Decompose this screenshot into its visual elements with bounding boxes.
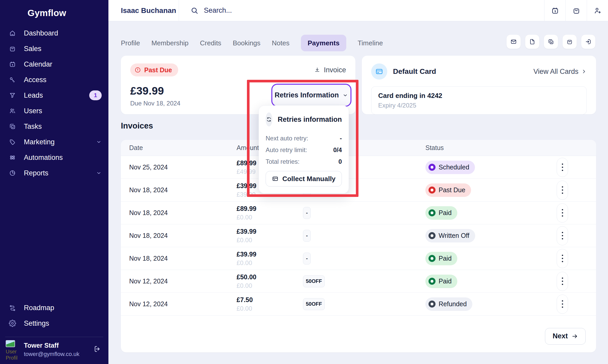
popover-row: Auto retry limit: 0/4 <box>266 146 342 154</box>
table-row: Nov 25, 2024 £89.99 £49.99 - Scheduled <box>121 156 596 179</box>
sidebar-item-marketing[interactable]: Marketing <box>0 134 108 150</box>
row-menu-button[interactable] <box>557 249 568 268</box>
brand-logo[interactable]: Gymflow <box>0 0 108 24</box>
invoice-amount: £89.99 <box>237 205 303 212</box>
sidebar-item-dashboard[interactable]: Dashboard <box>0 25 108 41</box>
tab-profile[interactable]: Profile <box>121 39 140 47</box>
retries-popover: Retries information Next auto retry: - A… <box>259 105 349 194</box>
search-input[interactable] <box>204 6 360 15</box>
status-label: Refunded <box>439 300 467 308</box>
sidebar: Gymflow Dashboard Sales Calendar Access … <box>0 0 108 364</box>
view-all-cards-label: View All Cards <box>533 68 578 76</box>
bag-icon <box>9 45 16 52</box>
invoice-amount-secondary: £0.00 <box>237 214 303 221</box>
status-dot-icon <box>429 278 436 285</box>
card-number-line: Card ending in 4242 <box>378 92 580 100</box>
sidebar-item-access[interactable]: Access <box>0 72 108 88</box>
invoice-amount: £7.50 <box>237 296 303 304</box>
topbar-calendar-button[interactable] <box>544 0 565 21</box>
add-note-button[interactable] <box>525 34 540 49</box>
sidebar-item-reports[interactable]: Reports <box>0 165 108 181</box>
invoice-amount-cell: £7.50 £0.00 <box>237 296 303 312</box>
sidebar-item-label: Calendar <box>24 60 52 68</box>
avatar[interactable]: User Profil <box>6 340 20 360</box>
retries-information-button[interactable]: Retries Information <box>273 85 350 105</box>
sidebar-item-settings[interactable]: Settings <box>0 316 108 331</box>
topbar-add-user-button[interactable] <box>587 0 608 21</box>
row-menu-button[interactable] <box>557 158 568 177</box>
sidebar-item-sales[interactable]: Sales <box>0 41 108 56</box>
tab-membership[interactable]: Membership <box>151 39 189 47</box>
sidebar-footer: Roadmap Settings User Profil Tower Staff… <box>0 300 108 364</box>
chevron-down-icon <box>96 170 102 176</box>
table-row: Nov 18, 2024 £39.99 £0.00 - Written Off <box>121 224 596 247</box>
users-icon <box>9 107 16 115</box>
calendar-icon <box>9 61 16 68</box>
tab-bookings[interactable]: Bookings <box>233 39 260 47</box>
status-label: Written Off <box>439 232 469 239</box>
tab-timeline[interactable]: Timeline <box>358 39 383 47</box>
sidebar-item-automations[interactable]: Automations <box>0 150 108 165</box>
avatar-alt-text: User Profil <box>6 348 20 360</box>
sidebar-item-tasks[interactable]: Tasks <box>0 119 108 134</box>
row-menu-button[interactable] <box>557 295 568 314</box>
route-icon <box>9 304 16 311</box>
view-all-cards-link[interactable]: View All Cards <box>533 68 587 76</box>
user-name: Tower Staff <box>24 342 79 349</box>
collect-manually-button[interactable]: Collect Manually <box>266 171 342 187</box>
leads-count-badge: 1 <box>89 90 102 100</box>
invoice-download-link[interactable]: Invoice <box>314 66 346 74</box>
invoice-date: Nov 12, 2024 <box>129 300 237 308</box>
discount-badge: - <box>303 230 311 242</box>
logout-button[interactable] <box>93 345 102 353</box>
check-in-button[interactable] <box>581 34 596 49</box>
invoice-amount-secondary: £0.00 <box>237 259 303 267</box>
download-icon <box>314 67 321 73</box>
user-email: tower@gymflow.co.uk <box>24 351 79 358</box>
broken-image-icon <box>6 340 15 347</box>
retry-row-label: Total retries: <box>266 158 300 165</box>
tab-payments[interactable]: Payments <box>301 35 346 51</box>
row-menu-button[interactable] <box>557 181 568 200</box>
retry-row-label: Next auto retry: <box>266 135 308 142</box>
chevron-right-icon <box>581 69 587 74</box>
refresh-icon-circle <box>266 112 272 126</box>
copy-check-icon <box>9 123 16 130</box>
next-page-button[interactable]: Next <box>545 328 586 345</box>
send-email-button[interactable] <box>506 34 521 49</box>
row-menu-button[interactable] <box>557 226 568 245</box>
invoice-amount-secondary: £0.00 <box>237 237 303 244</box>
profile-tabs: Profile Membership Credits Bookings Note… <box>121 35 383 51</box>
tab-credits[interactable]: Credits <box>200 39 221 47</box>
retries-button-label: Retries Information <box>275 91 339 99</box>
gear-icon <box>9 320 16 327</box>
mail-icon <box>510 38 517 45</box>
popover-row: Next auto retry: - <box>266 135 342 142</box>
sidebar-item-calendar[interactable]: Calendar <box>0 56 108 72</box>
sidebar-nav: Dashboard Sales Calendar Access Leads 1 <box>0 25 108 181</box>
row-menu-button[interactable] <box>557 272 568 291</box>
row-menu-button[interactable] <box>557 203 568 223</box>
key-icon <box>9 76 16 83</box>
table-footer: Next <box>121 316 596 352</box>
sidebar-item-label: Dashboard <box>24 29 58 37</box>
invoice-link-label: Invoice <box>324 66 346 74</box>
topbar-shop-button[interactable] <box>565 0 587 21</box>
sidebar-item-leads[interactable]: Leads 1 <box>0 88 108 103</box>
status-dot-icon <box>429 301 436 308</box>
refresh-icon <box>266 116 272 123</box>
shop-button[interactable] <box>562 34 577 49</box>
bag-icon <box>572 6 581 15</box>
atom-icon <box>9 154 16 161</box>
sidebar-item-users[interactable]: Users <box>0 103 108 119</box>
invoice-date: Nov 18, 2024 <box>129 186 237 194</box>
table-row: Nov 12, 2024 £7.50 £0.00 50OFF Refunded <box>121 293 596 316</box>
sidebar-item-label: Automations <box>24 154 63 162</box>
credit-card-icon <box>375 67 383 76</box>
invoice-amount-cell: £39.99 £0.00 <box>237 228 303 244</box>
add-task-button[interactable] <box>544 34 558 49</box>
tab-notes[interactable]: Notes <box>272 39 289 47</box>
sidebar-item-roadmap[interactable]: Roadmap <box>0 300 108 316</box>
status-badge: Written Off <box>425 229 475 242</box>
sidebar-item-label: Sales <box>24 45 42 53</box>
